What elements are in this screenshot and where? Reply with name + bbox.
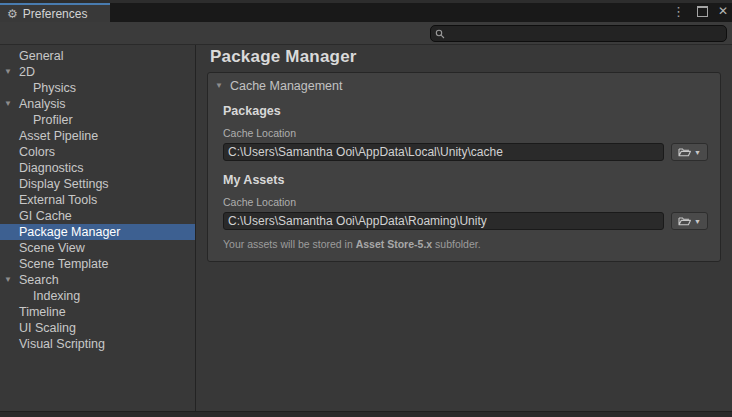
sidebar-item-label: GI Cache bbox=[19, 208, 72, 224]
sidebar-item-label: Visual Scripting bbox=[19, 336, 105, 352]
my-assets-cache-location-input[interactable] bbox=[223, 212, 664, 230]
search-box[interactable] bbox=[430, 25, 727, 42]
sidebar-item-label: Asset Pipeline bbox=[19, 128, 98, 144]
sidebar-item-scene-view[interactable]: Scene View bbox=[0, 240, 195, 256]
sidebar-item-2d[interactable]: ▼2D bbox=[0, 64, 195, 80]
tab-preferences[interactable]: ⚙ Preferences bbox=[0, 3, 110, 22]
sidebar-item-ui-scaling[interactable]: UI Scaling bbox=[0, 320, 195, 336]
sidebar-item-label: Scene View bbox=[19, 240, 85, 256]
toolbar bbox=[0, 22, 732, 45]
window-bottom-edge bbox=[0, 411, 732, 417]
cache-management-header[interactable]: ▼ Cache Management bbox=[208, 73, 720, 94]
folder-icon bbox=[678, 216, 691, 226]
preferences-window: ⚙ Preferences ⋮ ✕ General▼2DPhysics▼Anal… bbox=[0, 0, 732, 417]
foldout-open-icon[interactable]: ▼ bbox=[4, 64, 12, 80]
sidebar-item-general[interactable]: General bbox=[0, 48, 195, 64]
main-panel: Package Manager ▼ Cache Management Packa… bbox=[197, 45, 732, 411]
close-icon[interactable]: ✕ bbox=[718, 5, 728, 17]
packages-cache-location-label: Cache Location bbox=[223, 127, 720, 139]
sidebar-item-search[interactable]: ▼Search bbox=[0, 272, 195, 288]
sidebar-item-timeline[interactable]: Timeline bbox=[0, 304, 195, 320]
window-controls: ⋮ ✕ bbox=[670, 0, 728, 22]
sidebar-item-label: Timeline bbox=[19, 304, 66, 320]
sidebar-item-label: UI Scaling bbox=[19, 320, 76, 336]
sidebar-item-colors[interactable]: Colors bbox=[0, 144, 195, 160]
maximize-icon[interactable] bbox=[697, 6, 708, 17]
search-input[interactable] bbox=[448, 27, 722, 40]
assets-storage-note: Your assets will be stored in Asset Stor… bbox=[223, 238, 720, 250]
sidebar-item-label: Analysis bbox=[19, 96, 66, 112]
section-title: Cache Management bbox=[230, 79, 343, 93]
cache-management-box: ▼ Cache Management Packages Cache Locati… bbox=[207, 72, 721, 262]
my-assets-cache-location-row: ▼ bbox=[223, 212, 708, 230]
sidebar-item-asset-pipeline[interactable]: Asset Pipeline bbox=[0, 128, 195, 144]
sidebar-item-label: External Tools bbox=[19, 192, 97, 208]
sidebar-item-label: Diagnostics bbox=[19, 160, 84, 176]
sidebar-item-external-tools[interactable]: External Tools bbox=[0, 192, 195, 208]
sidebar-item-label: Display Settings bbox=[19, 176, 109, 192]
my-assets-browse-folder-button[interactable]: ▼ bbox=[671, 212, 708, 230]
sidebar-item-label: Physics bbox=[33, 80, 76, 96]
sidebar-item-label: Search bbox=[19, 272, 59, 288]
gear-icon: ⚙ bbox=[7, 8, 18, 20]
sidebar-item-visual-scripting[interactable]: Visual Scripting bbox=[0, 336, 195, 352]
sidebar-item-label: Colors bbox=[19, 144, 55, 160]
page-title: Package Manager bbox=[210, 47, 357, 67]
packages-heading: Packages bbox=[223, 104, 720, 118]
sidebar-item-physics[interactable]: Physics bbox=[0, 80, 195, 96]
sidebar-item-profiler[interactable]: Profiler bbox=[0, 112, 195, 128]
dropdown-arrow-icon: ▼ bbox=[694, 218, 701, 225]
foldout-open-icon[interactable]: ▼ bbox=[4, 96, 12, 112]
foldout-open-icon[interactable]: ▼ bbox=[215, 82, 223, 90]
sidebar-item-diagnostics[interactable]: Diagnostics bbox=[0, 160, 195, 176]
window-menu-icon[interactable]: ⋮ bbox=[670, 5, 687, 18]
preferences-sidebar: General▼2DPhysics▼AnalysisProfilerAsset … bbox=[0, 45, 196, 411]
packages-cache-location-input[interactable] bbox=[223, 143, 664, 161]
title-bar: ⚙ Preferences ⋮ ✕ bbox=[0, 0, 732, 22]
foldout-open-icon[interactable]: ▼ bbox=[4, 272, 12, 288]
packages-cache-location-row: ▼ bbox=[223, 143, 708, 161]
search-icon bbox=[435, 29, 445, 39]
sidebar-item-label: Profiler bbox=[33, 112, 73, 128]
tab-title: Preferences bbox=[23, 7, 88, 21]
folder-icon bbox=[678, 147, 691, 157]
sidebar-item-scene-template[interactable]: Scene Template bbox=[0, 256, 195, 272]
sidebar-item-indexing[interactable]: Indexing bbox=[0, 288, 195, 304]
sidebar-item-gi-cache[interactable]: GI Cache bbox=[0, 208, 195, 224]
my-assets-cache-location-label: Cache Location bbox=[223, 196, 720, 208]
sidebar-item-label: Indexing bbox=[33, 288, 80, 304]
content-area: General▼2DPhysics▼AnalysisProfilerAsset … bbox=[0, 45, 732, 411]
sidebar-item-display-settings[interactable]: Display Settings bbox=[0, 176, 195, 192]
sidebar-item-label: 2D bbox=[19, 64, 35, 80]
dropdown-arrow-icon: ▼ bbox=[694, 149, 701, 156]
sidebar-item-label: Scene Template bbox=[19, 256, 108, 272]
sidebar-item-label: General bbox=[19, 48, 63, 64]
sidebar-item-label: Package Manager bbox=[19, 224, 120, 240]
packages-browse-folder-button[interactable]: ▼ bbox=[671, 143, 708, 161]
sidebar-item-package-manager[interactable]: Package Manager bbox=[0, 224, 195, 240]
sidebar-item-analysis[interactable]: ▼Analysis bbox=[0, 96, 195, 112]
my-assets-heading: My Assets bbox=[223, 173, 720, 187]
